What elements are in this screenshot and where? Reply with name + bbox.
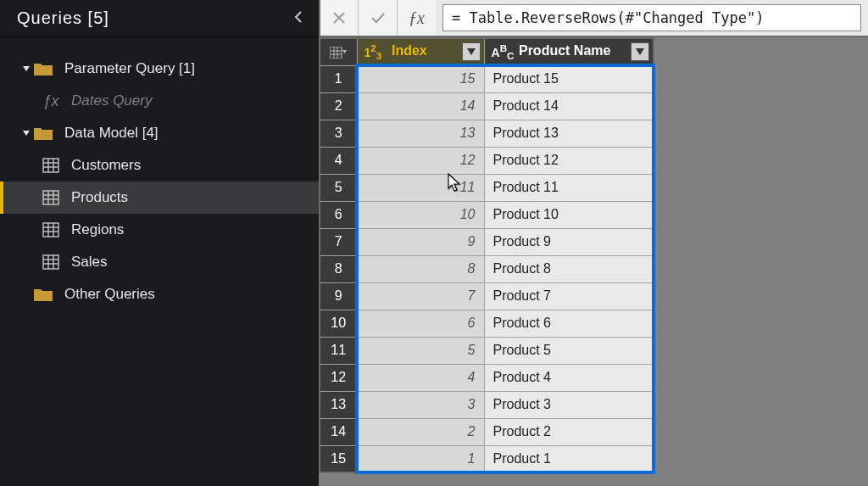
row-number[interactable]: 4 [320,147,357,174]
svg-rect-5 [43,191,58,204]
row-number[interactable]: 9 [320,282,357,310]
formula-input[interactable] [442,4,861,31]
main-area: ƒx [319,0,868,486]
folder-other-queries[interactable]: Other Queries [0,278,319,310]
table-row[interactable]: 115Product 5 [320,337,654,364]
query-dates[interactable]: ƒx Dates Query [0,85,319,117]
cell-product-name[interactable]: Product 5 [484,337,654,364]
cell-product-name[interactable]: Product 7 [484,282,654,310]
formula-bar: ƒx [319,0,868,37]
cell-product-name[interactable]: Product 6 [484,310,654,337]
column-filter-button[interactable] [631,42,649,61]
cell-product-name[interactable]: Product 10 [484,201,654,228]
table-row[interactable]: 133Product 3 [320,391,654,418]
cell-product-name[interactable]: Product 4 [484,364,654,391]
cell-index[interactable]: 1 [357,445,484,472]
cell-index[interactable]: 4 [357,364,484,391]
table-row[interactable]: 511Product 11 [320,174,654,201]
row-number[interactable]: 2 [320,92,357,120]
query-label: Regions [71,221,124,238]
query-customers[interactable]: Customers [0,149,319,182]
table-row[interactable]: 412Product 12 [320,147,654,174]
cell-index[interactable]: 12 [357,147,484,174]
cell-index[interactable]: 3 [357,391,484,418]
folder-parameter-query[interactable]: Parameter Query [1] [0,53,319,85]
row-number[interactable]: 12 [320,364,357,391]
table-wrap: 123 Index ABC Product Name [319,37,654,473]
row-number[interactable]: 5 [320,174,357,201]
cell-product-name[interactable]: Product 8 [484,255,654,282]
table-row[interactable]: 88Product 8 [320,255,654,282]
cell-index[interactable]: 9 [357,228,484,255]
column-header-product-name[interactable]: ABC Product Name [484,38,654,65]
cell-product-name[interactable]: Product 3 [484,391,654,418]
table-icon [39,188,63,207]
cell-product-name[interactable]: Product 13 [484,120,654,147]
folder-label: Parameter Query [1] [64,60,195,77]
row-number[interactable]: 14 [320,418,357,445]
fx-button[interactable]: ƒx [397,0,436,36]
table-row[interactable]: 124Product 4 [320,364,654,391]
row-number[interactable]: 6 [320,201,357,228]
row-number[interactable]: 10 [320,310,357,337]
cell-product-name[interactable]: Product 12 [484,147,654,174]
queries-panel-header[interactable]: Queries [5] [0,0,319,37]
row-number[interactable]: 15 [320,445,357,472]
cell-product-name[interactable]: Product 11 [484,174,654,201]
collapse-panel-icon[interactable] [293,9,303,27]
cell-index[interactable]: 14 [357,92,484,120]
cell-index[interactable]: 13 [357,120,484,147]
cell-index[interactable]: 8 [357,255,484,282]
row-number[interactable]: 7 [320,228,357,255]
table-row[interactable]: 142Product 2 [320,418,654,445]
row-number[interactable]: 3 [320,120,357,147]
table-icon [39,156,63,175]
number-type-icon: 123 [364,42,388,61]
confirm-formula-button[interactable] [358,0,397,36]
folder-data-model[interactable]: Data Model [4] [0,117,319,149]
table-row[interactable]: 97Product 7 [320,282,654,310]
query-label: Products [71,189,128,206]
table-row[interactable]: 214Product 14 [320,92,654,120]
svg-rect-20 [330,47,342,59]
column-header-label: Product Name [519,43,610,58]
query-sales[interactable]: Sales [0,246,319,278]
queries-panel-title: Queries [5] [17,8,109,28]
expand-icon[interactable] [19,64,34,73]
cell-index[interactable]: 2 [357,418,484,445]
column-header-index[interactable]: 123 Index [357,38,484,65]
table-row[interactable]: 610Product 10 [320,201,654,228]
table-icon [39,253,63,271]
expand-icon[interactable] [19,129,34,137]
query-regions[interactable]: Regions [0,214,319,246]
table-corner-menu[interactable] [320,38,357,65]
cell-index[interactable]: 11 [357,174,484,201]
query-products[interactable]: Products [0,182,319,214]
cell-index[interactable]: 10 [357,201,484,228]
folder-icon [34,60,58,77]
column-filter-button[interactable] [462,42,481,61]
row-number[interactable]: 13 [320,391,357,418]
row-number[interactable]: 8 [320,255,357,282]
text-type-icon: ABC [492,42,515,61]
cell-product-name[interactable]: Product 9 [484,228,654,255]
table-row[interactable]: 106Product 6 [320,310,654,337]
cancel-formula-button[interactable] [319,0,358,36]
cell-product-name[interactable]: Product 14 [484,92,654,120]
table-row[interactable]: 313Product 13 [320,120,654,147]
table-row[interactable]: 79Product 9 [320,228,654,255]
cell-index[interactable]: 6 [357,310,484,337]
cell-index[interactable]: 15 [357,65,484,92]
query-label: Customers [71,157,141,174]
cell-index[interactable]: 5 [357,337,484,364]
cell-product-name[interactable]: Product 15 [484,65,654,92]
svg-rect-0 [43,159,58,172]
row-number[interactable]: 1 [320,65,357,92]
row-number[interactable]: 11 [320,337,357,364]
table-row[interactable]: 115Product 15 [320,65,654,92]
cell-index[interactable]: 7 [357,282,484,310]
cell-product-name[interactable]: Product 2 [484,418,654,445]
cell-product-name[interactable]: Product 1 [484,445,654,472]
folder-icon [34,286,58,303]
table-row[interactable]: 151Product 1 [320,445,654,472]
